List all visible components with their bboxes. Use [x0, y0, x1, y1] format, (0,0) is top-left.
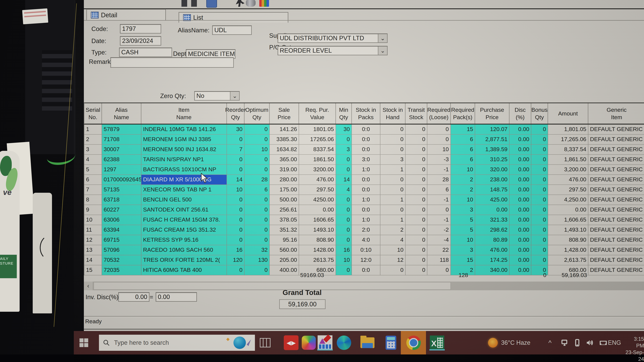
cell[interactable]: 6: [84, 175, 102, 185]
cell[interactable]: 425.00: [475, 195, 510, 205]
cell[interactable]: 0.00: [475, 205, 510, 215]
cell[interactable]: 0.00: [548, 205, 588, 215]
cell[interactable]: 10: [380, 245, 406, 255]
cell[interactable]: 2613.75: [299, 255, 336, 265]
cell[interactable]: 80.89: [475, 235, 510, 245]
cell[interactable]: 0: [406, 135, 427, 144]
cell[interactable]: 0: [427, 265, 451, 275]
cell[interactable]: 0: [531, 195, 548, 205]
cell[interactable]: 0: [427, 205, 451, 215]
cell[interactable]: 17265.06: [299, 135, 336, 144]
cell[interactable]: 6: [451, 145, 475, 154]
cell[interactable]: 0: [406, 215, 427, 225]
cell[interactable]: 0: [227, 155, 244, 164]
language-indicator[interactable]: ENG: [608, 331, 621, 355]
cell[interactable]: 3:0: [352, 155, 380, 164]
cell[interactable]: DEFAULT GENERIC: [588, 255, 644, 265]
cell[interactable]: 0: [244, 225, 270, 235]
cell[interactable]: 4: [336, 185, 352, 195]
cell[interactable]: 15: [451, 124, 475, 134]
cell[interactable]: 28: [244, 175, 270, 185]
cell[interactable]: 1428.00: [299, 245, 336, 255]
cell[interactable]: 351.32: [270, 225, 299, 235]
cell[interactable]: 14: [227, 175, 244, 185]
column-header[interactable]: Amount: [548, 103, 588, 124]
column-header[interactable]: Req. Pur. Value: [299, 103, 336, 124]
type-field[interactable]: CASH: [119, 48, 172, 57]
cell[interactable]: 0: [531, 135, 548, 144]
cell[interactable]: 0: [336, 265, 352, 275]
cell[interactable]: 0.00: [510, 124, 531, 134]
chevron-down-icon[interactable]: ⌄: [378, 46, 387, 55]
cell[interactable]: 340.00: [475, 265, 510, 275]
column-header[interactable]: Sale Price: [270, 103, 299, 124]
cell[interactable]: 3: [380, 155, 406, 164]
cell[interactable]: 1:0: [352, 215, 380, 225]
cell[interactable]: 0:0: [352, 135, 380, 144]
cell[interactable]: 5: [84, 165, 102, 174]
cell[interactable]: 0: [531, 255, 548, 265]
supplier-dropdown[interactable]: UDL DISTRIBUTION PVT LTD ⌄: [278, 33, 388, 43]
cell[interactable]: -1: [427, 195, 451, 205]
cell[interactable]: 22: [427, 245, 451, 255]
cell[interactable]: 10: [227, 185, 244, 195]
cell[interactable]: 2: [380, 225, 406, 235]
cell[interactable]: 0.00: [510, 255, 531, 265]
cell[interactable]: 3: [451, 205, 475, 215]
tab-detail[interactable]: Detail: [86, 9, 166, 21]
cell[interactable]: -4: [427, 235, 451, 245]
inv-disc-field[interactable]: 0.00: [118, 292, 150, 302]
cell[interactable]: 0.00: [510, 265, 531, 275]
cell[interactable]: 7: [227, 145, 244, 154]
cell[interactable]: 0: [531, 215, 548, 225]
cell[interactable]: 7: [84, 185, 102, 195]
cell[interactable]: 120.07: [475, 124, 510, 134]
cell[interactable]: 6: [244, 185, 270, 195]
cell[interactable]: 141.26: [270, 124, 299, 134]
cell[interactable]: 0:0: [352, 145, 380, 154]
cell[interactable]: 5: [451, 215, 475, 225]
cell[interactable]: 6: [451, 155, 475, 164]
cell[interactable]: 0: [336, 215, 352, 225]
cell[interactable]: 0: [244, 155, 270, 164]
cell[interactable]: DEFAULT GENERIC: [588, 195, 644, 205]
cell[interactable]: 130: [244, 255, 270, 265]
cell[interactable]: 0: [380, 205, 406, 215]
cell[interactable]: 0: [406, 165, 427, 174]
cell[interactable]: 62388: [102, 155, 142, 164]
cell[interactable]: 0: [406, 145, 427, 154]
cell[interactable]: 476.00: [548, 175, 588, 185]
cell[interactable]: KETRESS SYP 95.16: [142, 235, 227, 245]
cell[interactable]: 1,801.05: [548, 124, 588, 134]
cell[interactable]: 0: [406, 124, 427, 134]
cell[interactable]: 63718: [102, 195, 142, 205]
cell[interactable]: 808.90: [299, 235, 336, 245]
cell[interactable]: 0: [531, 205, 548, 215]
cell[interactable]: 500.00: [270, 195, 299, 205]
cell[interactable]: 476.00: [299, 175, 336, 185]
cell[interactable]: FUSAC CREAM 15G 351.32: [142, 225, 227, 235]
cell[interactable]: 1:0: [352, 195, 380, 205]
cell[interactable]: 3200.00: [299, 165, 336, 174]
cell[interactable]: 0: [227, 205, 244, 215]
cell[interactable]: 11: [84, 225, 102, 235]
cell[interactable]: -1: [427, 165, 451, 174]
cell[interactable]: 4: [380, 235, 406, 245]
cell[interactable]: 0: [406, 185, 427, 195]
cell[interactable]: 3385.30: [270, 135, 299, 144]
column-header[interactable]: Reorder Qty: [227, 103, 244, 124]
cell[interactable]: DEFAULT GENERIC: [588, 135, 644, 144]
cell[interactable]: 63006: [102, 215, 142, 225]
cell[interactable]: 1: [380, 195, 406, 205]
cell[interactable]: 8,337.54: [548, 145, 588, 154]
chevron-down-icon[interactable]: ⌄: [378, 34, 387, 42]
cell[interactable]: 0.00: [510, 155, 531, 164]
cell[interactable]: 16: [336, 245, 352, 255]
cell[interactable]: 4:0: [352, 235, 380, 245]
cell[interactable]: 15: [451, 255, 475, 265]
cell[interactable]: 1:0: [352, 165, 380, 174]
cell[interactable]: 0: [406, 265, 427, 275]
column-header[interactable]: Generic Item: [588, 103, 644, 124]
cell[interactable]: RACEDO 10MG SACH 560: [142, 245, 227, 255]
cell[interactable]: 0: [336, 195, 352, 205]
